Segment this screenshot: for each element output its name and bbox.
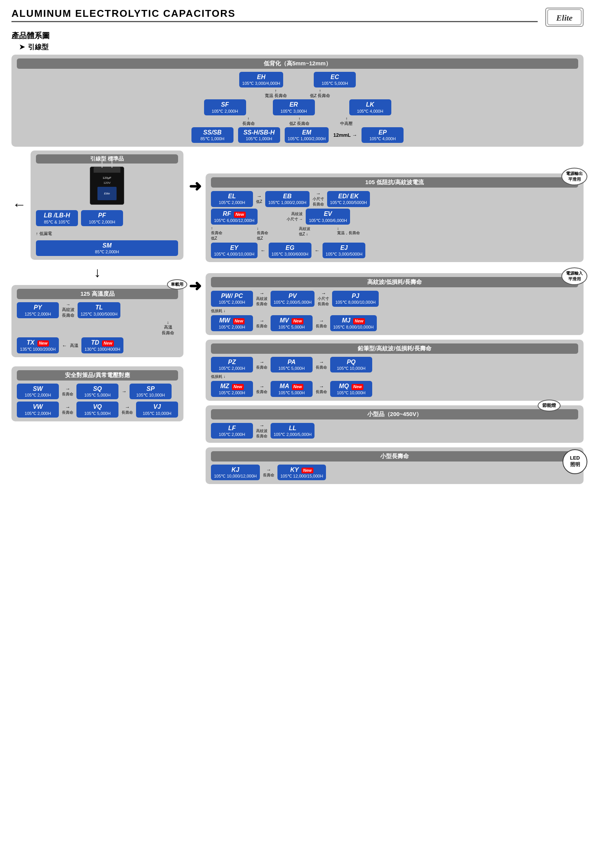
- mv-new-badge: New: [292, 318, 303, 324]
- lk-box[interactable]: LK 105℃ 4,000H: [349, 99, 391, 115]
- low-leak-label: ↑ 低漏電: [36, 231, 178, 236]
- pa-pq-arrow: → 長壽命: [316, 359, 327, 370]
- pj-box[interactable]: PJ 105℃ 8,000/10,000H: [332, 291, 379, 306]
- el-eb-arrow: → 低Z: [256, 193, 262, 204]
- ll-box[interactable]: LL 105℃ 2,000/5,000H: [271, 423, 315, 439]
- pw-pc-box[interactable]: PW/ PC 105℃ 2,000H: [211, 291, 253, 306]
- ss-sb-box[interactable]: SS/SB 85℃ 1,000H: [191, 127, 233, 143]
- ej-box[interactable]: EJ 105℃ 3,000/5000H: [323, 243, 365, 258]
- ma-new-badge: New: [292, 384, 304, 390]
- sw-box[interactable]: SW 105℃ 2,000H: [17, 384, 59, 399]
- svg-text:Elite: Elite: [556, 13, 573, 23]
- ec-col: EC 105℃ 5,000H: [314, 72, 356, 87]
- pq-box[interactable]: PQ 105℃ 10,000H: [330, 357, 372, 372]
- low-loss-label-1: 低損耗 ↓: [211, 308, 578, 314]
- er-box[interactable]: ER 105℃ 3,000H: [273, 99, 315, 115]
- eb-edek-arrow: → 小尺寸長壽命: [313, 191, 324, 207]
- kj-box[interactable]: KJ 105℃ 10,000/12,000H: [211, 465, 260, 480]
- kj-ky-arrow: → 長壽命: [263, 467, 274, 478]
- ey-eg-arrow: ←: [261, 248, 266, 253]
- sw-sq-arrow: → 長壽命: [62, 386, 73, 397]
- mz-box[interactable]: MZ New 105℃ 2,000H: [211, 381, 253, 397]
- vw-vq-arrow: → 長壽命: [62, 404, 73, 415]
- high-ripple-section: 電源輸入平滑用 高紋波/低損耗/長壽命 PW/ PC 105℃ 2,000H →…: [206, 273, 584, 335]
- ssh-sbh-box[interactable]: SS-H/SB-H 105℃ 1,000H: [238, 127, 280, 143]
- long-life-label: ↑長壽命: [242, 116, 255, 126]
- page-title: ALUMINUM ELECTROLYTIC CAPACITORS: [11, 8, 538, 22]
- eg-box[interactable]: EG 105℃ 3,000/6000H: [269, 243, 311, 258]
- ep-box[interactable]: EP 105℃ 4,000H: [362, 127, 404, 143]
- power-out-balloon: 電源輸出平滑用: [561, 168, 587, 185]
- pv-box[interactable]: PV 105℃ 2,000/5,000H: [271, 291, 315, 306]
- pz-box[interactable]: PZ 105℃ 2,000H: [211, 357, 253, 372]
- ey-box[interactable]: EY 105℃ 4,000/10,000H: [211, 243, 258, 258]
- up-arrow: ↑: [11, 202, 25, 209]
- eh-box[interactable]: EH 105℃ 3,000/4,000H: [239, 72, 283, 87]
- power-in-balloon: 電源輸入平滑用: [561, 267, 587, 285]
- vq-box[interactable]: VQ 105℃ 5,000H: [76, 402, 118, 417]
- sq-box[interactable]: SQ 105℃ 5,000H: [76, 384, 118, 399]
- pencil-type-title: 鉛筆型/高紋波/低損耗/長壽命: [211, 343, 578, 354]
- ec-box[interactable]: EC 105℃ 5,000H: [314, 72, 356, 87]
- safety-section: 安全對策品/異常電壓對應 SW 105℃ 2,000H → 長壽命 SQ 105…: [11, 366, 183, 421]
- ma-box[interactable]: MA New 105℃ 5,000H: [271, 381, 313, 397]
- pencil-type-section: 鉛筆型/高紋波/低損耗/長壽命 PZ 105℃ 2,000H → 長壽命 PA: [206, 340, 584, 401]
- tl-box[interactable]: TL 125℃ 3,000/5000H: [78, 302, 120, 318]
- brand-logo: Elite: [545, 8, 584, 27]
- mw-mv-arrow: → 長壽命: [256, 318, 268, 329]
- sf-box[interactable]: SF 105℃ 2,000H: [204, 99, 246, 115]
- standard-title: 引線型 標準品: [36, 154, 178, 164]
- td-new-badge: New: [102, 340, 114, 346]
- vw-box[interactable]: VW 105℃ 2,000H: [17, 402, 59, 417]
- low-impedance-title: 105 低阻抗/高紋波電流: [211, 177, 578, 188]
- ev-box[interactable]: EV 105℃ 3,000/6,000H: [306, 209, 350, 224]
- ky-box[interactable]: KY New 105℃ 12,000/15,000H: [277, 465, 326, 480]
- pwpc-pv-arrow: → 高紋波長壽命: [256, 290, 268, 307]
- mj-box[interactable]: MJ New 105℃ 8,000/10,000H: [330, 315, 377, 331]
- eh-col: EH 105℃ 3,000/4,000H: [239, 72, 283, 87]
- vj-box[interactable]: VJ 105℃ 10,000H: [136, 402, 178, 417]
- tx-box[interactable]: TX New 135℃ 1000/2000H: [17, 337, 59, 353]
- sub-title: ➤ 引線型: [19, 42, 584, 52]
- low-bg-title: 低背化（高5mm~12mm）: [17, 58, 578, 69]
- mj-new-badge: New: [353, 318, 365, 324]
- pf-box[interactable]: PF 105℃ 2,000H: [81, 210, 123, 226]
- small-long-life-section: LED照明 小型長壽命 KJ 105℃ 10,000/12,000H → 長壽命: [206, 447, 584, 484]
- wide-temp-label: ↑寬温 長壽命: [265, 88, 287, 99]
- el-box[interactable]: EL 105℃ 2,000H: [211, 191, 253, 207]
- mw-box[interactable]: MW New 105℃ 2,000H: [211, 315, 253, 331]
- rf-box[interactable]: RF New 105℃ 6,000/12,000H: [211, 209, 258, 224]
- pz-pa-arrow: → 長壽命: [256, 359, 268, 370]
- 12mml-label: 12mmL →: [333, 132, 357, 138]
- eg-ej-arrow: ←: [315, 248, 319, 253]
- low-z-long-label: ↑低Z 長壽命: [310, 88, 331, 99]
- lf-box[interactable]: LF 105℃ 2,000H: [211, 423, 253, 439]
- mz-ma-arrow: → 長壽命: [256, 384, 268, 395]
- high-temp-long-label: ↓高溫長壽命: [162, 320, 174, 336]
- td-box[interactable]: TD New 130℃ 1000/4000H: [81, 337, 123, 353]
- low-impedance-section: 電源輸出平滑用 105 低阻抗/高紋波電流 EL 105℃ 2,000H → 低…: [206, 173, 584, 262]
- sp-box[interactable]: SP 105℃ 10,000H: [130, 384, 172, 399]
- high-ripple-small-label: 高紋波小尺寸 →: [287, 211, 303, 222]
- mq-box[interactable]: MQ New 105℃ 10,000H: [330, 381, 372, 397]
- section-title: 產品體系圖: [11, 31, 584, 41]
- mv-box[interactable]: MV New 105℃ 5,000H: [271, 315, 313, 331]
- sq-sp-arrow: →: [122, 389, 126, 394]
- led-balloon: LED照明: [563, 449, 587, 474]
- arrow-icon: ➤: [19, 43, 25, 51]
- py-box[interactable]: PY 125℃ 2,000H: [17, 302, 59, 318]
- high-temp-label: 高溫: [70, 343, 78, 348]
- ed-ek-box[interactable]: ED/ EK 105℃ 2,000/5000H: [327, 191, 370, 207]
- standard-section: 引線型 標準品 120μF 120V Elite: [31, 151, 183, 260]
- em-box[interactable]: EM 105℃ 1,000/2,000H: [285, 127, 329, 143]
- safety-title: 安全對策品/異常電壓對應: [17, 370, 178, 381]
- energy-saving-balloon: 節能燈: [538, 400, 561, 411]
- low-loss-label-2: 低損耗 ↓: [211, 374, 578, 379]
- pa-box[interactable]: PA 105℃ 5,000H: [271, 357, 313, 372]
- lf-ll-arrow: → 高紋波長壽命: [256, 423, 268, 439]
- eb-box[interactable]: EB 105℃ 1,000/2,000H: [265, 191, 309, 207]
- sm-box[interactable]: SM 85℃ 2,000H: [36, 240, 178, 256]
- vehicle-balloon: 車載用: [167, 279, 187, 290]
- main-right-arrow-1: ➜: [189, 177, 202, 195]
- lb-lbh-box[interactable]: LB /LB-H 85℃ & 105℃: [36, 210, 78, 226]
